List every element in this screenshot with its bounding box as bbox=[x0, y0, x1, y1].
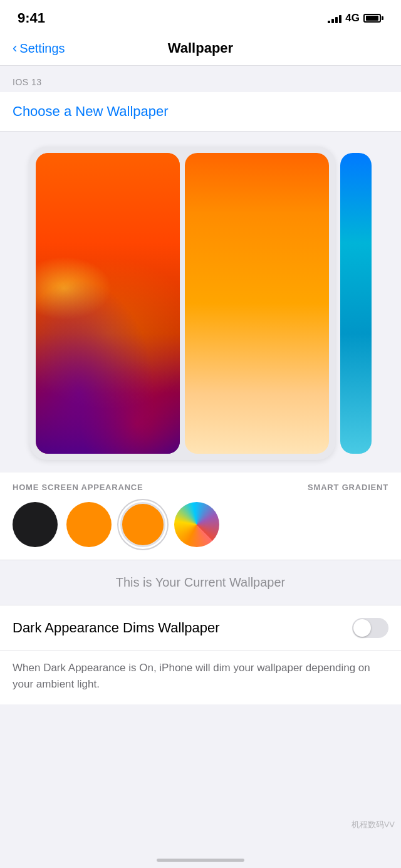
current-wallpaper-text: This is Your Current Wallpaper bbox=[116, 575, 286, 589]
signal-icon bbox=[328, 13, 341, 23]
dark-appearance-toggle[interactable] bbox=[352, 618, 388, 638]
color-option-orange[interactable] bbox=[66, 502, 112, 547]
wallpaper-cards-wrapper bbox=[29, 147, 335, 460]
status-icons: 4G bbox=[328, 12, 383, 24]
section-label: IOS 13 bbox=[0, 66, 401, 92]
color-option-orange-selected[interactable] bbox=[120, 502, 165, 547]
status-bar: 9:41 4G bbox=[0, 0, 401, 34]
appearance-section: HOME SCREEN APPEARANCE SMART GRADIENT bbox=[0, 473, 401, 560]
description-section: When Dark Appearance is On, iPhone will … bbox=[0, 651, 401, 704]
wallpaper-card-orange[interactable] bbox=[185, 153, 329, 454]
network-type: 4G bbox=[345, 12, 360, 24]
chevron-left-icon: ‹ bbox=[13, 41, 17, 55]
page-title: Wallpaper bbox=[168, 40, 233, 56]
choose-wallpaper-link[interactable]: Choose a New Wallpaper bbox=[0, 92, 401, 132]
current-wallpaper-section: This is Your Current Wallpaper bbox=[0, 560, 401, 605]
status-time: 9:41 bbox=[18, 10, 45, 26]
dark-appearance-section: Dark Appearance Dims Wallpaper bbox=[0, 605, 401, 651]
color-options bbox=[13, 502, 388, 547]
description-text: When Dark Appearance is On, iPhone will … bbox=[13, 660, 388, 692]
back-button[interactable]: ‹ Settings bbox=[13, 41, 65, 56]
appearance-header: HOME SCREEN APPEARANCE SMART GRADIENT bbox=[13, 483, 388, 492]
color-option-dynamic[interactable] bbox=[174, 502, 219, 547]
smart-gradient-label: SMART GRADIENT bbox=[308, 483, 388, 492]
dark-appearance-row: Dark Appearance Dims Wallpaper bbox=[0, 605, 401, 651]
dark-appearance-label: Dark Appearance Dims Wallpaper bbox=[13, 620, 220, 636]
toggle-knob bbox=[353, 619, 371, 637]
wallpaper-preview-section bbox=[0, 132, 401, 473]
nav-bar: ‹ Settings Wallpaper bbox=[0, 34, 401, 66]
battery-icon bbox=[363, 14, 383, 23]
color-option-black[interactable] bbox=[13, 502, 58, 547]
wallpaper-card-partial[interactable] bbox=[340, 153, 372, 454]
home-screen-appearance-label: HOME SCREEN APPEARANCE bbox=[13, 483, 143, 492]
watermark: 机程数码VV bbox=[352, 819, 395, 830]
home-indicator bbox=[157, 859, 244, 862]
wallpaper-card-ios13[interactable] bbox=[36, 153, 180, 454]
back-label: Settings bbox=[19, 41, 65, 56]
